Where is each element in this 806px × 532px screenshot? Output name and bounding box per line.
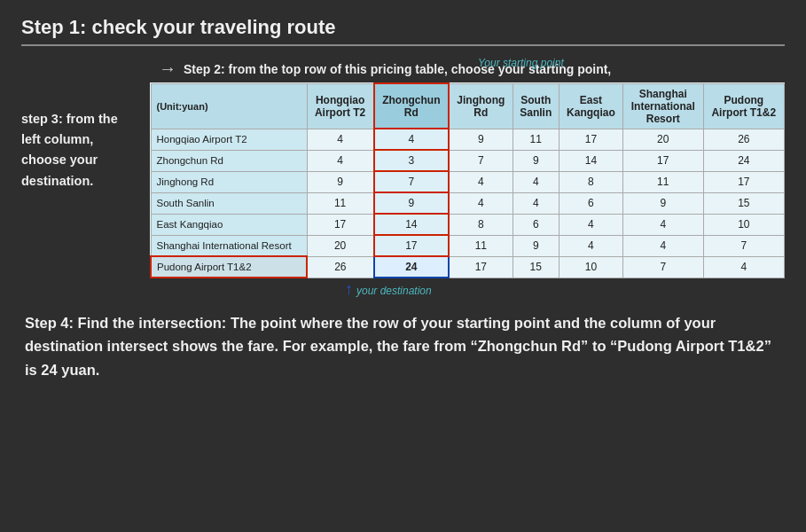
- data-cell: 10: [703, 214, 784, 235]
- data-cell: 11: [307, 192, 374, 214]
- table-header-row: (Unit:yuan) HongqiaoAirport T2 Zhongchun…: [151, 83, 785, 129]
- row-label-cell: Pudong Airport T1&2: [151, 256, 307, 278]
- row-label-cell: Hongqiao Airport T2: [151, 129, 307, 150]
- step1-title: Step 1: check your traveling route: [21, 16, 785, 46]
- step2-row: → Step 2: from the top row of this prici…: [159, 59, 785, 79]
- step3-line2: left column,: [21, 129, 143, 150]
- data-cell: 26: [307, 256, 374, 278]
- data-cell: 4: [559, 235, 622, 256]
- row-label-cell: Zhongchun Rd: [151, 150, 307, 171]
- starting-point-annotation: Your starting point: [478, 57, 564, 69]
- data-cell: 11: [513, 129, 559, 150]
- data-cell: 9: [622, 192, 703, 214]
- data-cell: 4: [513, 171, 559, 192]
- data-cell: 4: [307, 150, 374, 171]
- data-cell: 6: [513, 214, 559, 235]
- step3-line3: choose your: [21, 150, 143, 170]
- data-cell: 17: [449, 256, 513, 278]
- data-cell: 9: [307, 171, 374, 192]
- destination-label: your destination: [356, 285, 432, 297]
- col-header-6: PudongAirport T1&2: [703, 83, 784, 129]
- data-cell: 4: [513, 192, 559, 214]
- data-cell: 11: [449, 235, 513, 256]
- col-header-2: JinghongRd: [449, 83, 513, 129]
- data-cell: 8: [449, 214, 513, 235]
- data-cell: 15: [513, 256, 559, 278]
- table-wrapper: (Unit:yuan) HongqiaoAirport T2 Zhongchun…: [150, 82, 785, 299]
- data-cell: 14: [559, 150, 622, 171]
- step4-text: Step 4: Find the intersection: The point…: [21, 311, 785, 381]
- data-cell: 7: [703, 235, 784, 256]
- table-row: Zhongchun Rd4379141724: [151, 150, 785, 171]
- data-cell: 9: [449, 129, 513, 150]
- data-cell: 7: [374, 171, 450, 192]
- data-cell: 10: [559, 256, 622, 278]
- data-cell: 8: [559, 171, 622, 192]
- data-cell: 4: [449, 171, 513, 192]
- data-cell: 7: [622, 256, 703, 278]
- col-header-0: HongqiaoAirport T2: [307, 83, 374, 129]
- data-cell: 24: [374, 256, 450, 278]
- step2-arrow-icon: →: [159, 59, 176, 79]
- table-row: Hongqiao Airport T244911172026: [151, 129, 785, 150]
- data-cell: 17: [703, 171, 784, 192]
- data-cell: 4: [622, 214, 703, 235]
- row-label-cell: South Sanlin: [151, 192, 307, 214]
- step3-line4: destination.: [21, 171, 143, 192]
- main-area: step 3: from the left column, choose you…: [21, 82, 785, 299]
- row-label-cell: Shanghai International Resort: [151, 235, 307, 256]
- row-label-cell: Jinghong Rd: [151, 171, 307, 192]
- table-row: Jinghong Rd974481117: [151, 171, 785, 192]
- data-cell: 17: [374, 235, 450, 256]
- table-row: East Kangqiao1714864410: [151, 214, 785, 235]
- data-cell: 6: [559, 192, 622, 214]
- data-cell: 4: [374, 129, 450, 150]
- data-cell: 20: [307, 235, 374, 256]
- destination-arrow-icon: ↑: [345, 280, 353, 299]
- step3-line1: step 3: from the: [21, 109, 143, 129]
- data-cell: 17: [559, 129, 622, 150]
- data-cell: 15: [703, 192, 784, 214]
- data-cell: 4: [307, 129, 374, 150]
- data-cell: 7: [449, 150, 513, 171]
- col-header-3: SouthSanlin: [513, 83, 559, 129]
- table-row: Pudong Airport T1&2262417151074: [151, 256, 785, 278]
- unit-label-cell: (Unit:yuan): [151, 83, 307, 129]
- main-container: Step 1: check your traveling route → Ste…: [0, 0, 806, 532]
- step3-sidebar: step 3: from the left column, choose you…: [21, 82, 150, 192]
- data-cell: 4: [703, 256, 784, 278]
- data-cell: 14: [374, 214, 450, 235]
- data-cell: 9: [513, 150, 559, 171]
- data-cell: 9: [374, 192, 450, 214]
- col-header-1: ZhongchunRd: [374, 83, 450, 129]
- row-label-cell: East Kangqiao: [151, 214, 307, 235]
- data-cell: 4: [622, 235, 703, 256]
- data-cell: 9: [513, 235, 559, 256]
- pricing-table: (Unit:yuan) HongqiaoAirport T2 Zhongchun…: [150, 82, 785, 278]
- table-row: Shanghai International Resort2017119447: [151, 235, 785, 256]
- data-cell: 17: [622, 150, 703, 171]
- data-cell: 17: [307, 214, 374, 235]
- data-cell: 4: [559, 214, 622, 235]
- data-cell: 26: [703, 129, 784, 150]
- data-cell: 20: [622, 129, 703, 150]
- data-cell: 3: [374, 150, 450, 171]
- data-cell: 24: [703, 150, 784, 171]
- destination-annotation-row: ↑ your destination: [150, 280, 785, 299]
- col-header-4: EastKangqiao: [559, 83, 622, 129]
- table-row: South Sanlin119446915: [151, 192, 785, 214]
- data-cell: 11: [622, 171, 703, 192]
- data-cell: 4: [449, 192, 513, 214]
- col-header-5: ShanghaiInternationalResort: [622, 83, 703, 129]
